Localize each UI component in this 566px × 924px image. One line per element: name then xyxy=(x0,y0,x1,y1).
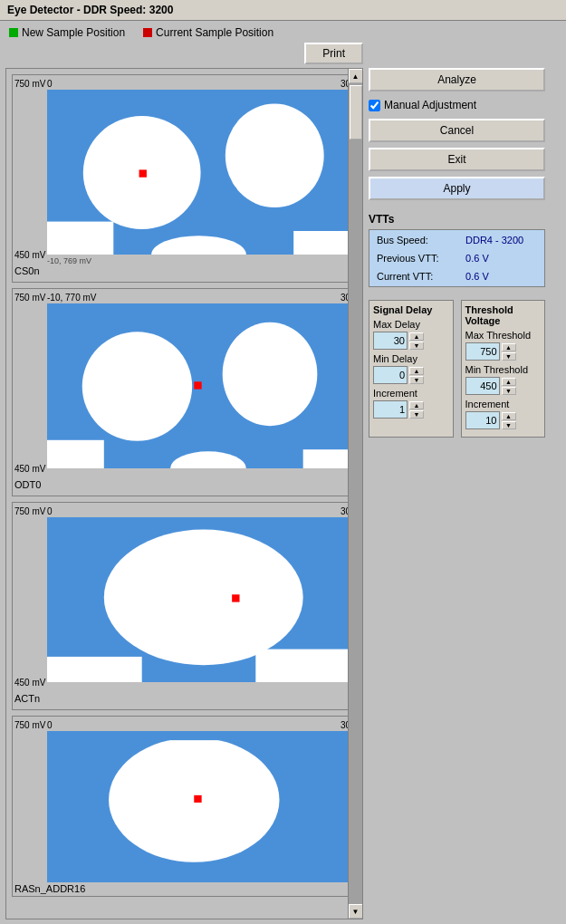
prev-vtt-label: Previous VTT: xyxy=(371,250,458,266)
delay-increment-row: Increment ▲ ▼ xyxy=(373,388,449,419)
left-panel: Print 0 30 750 mV 450 mV xyxy=(5,43,363,919)
svg-rect-2 xyxy=(47,222,113,255)
chart-canvas-actn xyxy=(47,517,350,682)
svg-rect-3 xyxy=(293,231,350,255)
svg-rect-13 xyxy=(47,657,142,682)
scroll-down-button[interactable]: ▼ xyxy=(349,904,363,919)
legend-new-sample: New Sample Position xyxy=(9,26,125,39)
signal-delay-title: Signal Delay xyxy=(373,304,449,315)
window-title: Eye Detector - DDR Speed: 3200 xyxy=(7,4,173,16)
print-button[interactable]: Print xyxy=(304,43,363,64)
axis-bottom-cs0n: -10, 769 mV xyxy=(47,256,350,265)
max-delay-row: Max Delay ▲ ▼ xyxy=(373,319,449,350)
vtt-section: VTTs Bus Speed: DDR4 - 3200 Previous VTT… xyxy=(369,213,545,287)
min-threshold-control: ▲ ▼ xyxy=(465,377,542,395)
max-delay-label: Max Delay xyxy=(373,319,449,330)
vtt-prev-row: Previous VTT: 0.6 V xyxy=(371,250,542,266)
bus-speed-value: DDR4 - 3200 xyxy=(460,232,542,248)
svg-point-9 xyxy=(170,451,246,468)
signal-delay-group: Signal Delay Max Delay ▲ ▼ Min Delay xyxy=(369,300,454,438)
x-start-label-rasn: 0 xyxy=(47,720,53,730)
min-threshold-input[interactable] xyxy=(465,377,500,395)
svg-rect-11 xyxy=(194,381,201,389)
scrollbar[interactable]: ▲ ▼ xyxy=(348,69,362,919)
signal-name-rasn: RASn_ADDR16 xyxy=(14,883,85,894)
legend-new-sample-label: New Sample Position xyxy=(22,26,125,39)
svg-point-4 xyxy=(151,236,246,255)
svg-rect-16 xyxy=(232,594,239,602)
bottom-voltage-cs0n: 450 mV xyxy=(14,250,45,260)
red-dot-icon xyxy=(143,28,152,37)
max-delay-spinners: ▲ ▼ xyxy=(409,332,424,350)
max-threshold-up[interactable]: ▲ xyxy=(502,343,516,351)
threshold-voltage-group: Threshold Voltage Max Threshold ▲ ▼ Min … xyxy=(461,300,546,438)
manual-adjustment-checkbox[interactable] xyxy=(369,100,380,111)
chart-canvas-odt0 xyxy=(47,303,350,468)
curr-vtt-value: 0.6 V xyxy=(460,268,542,284)
bottom-voltage-odt0: 450 mV xyxy=(14,464,45,474)
delay-increment-label: Increment xyxy=(373,388,449,399)
max-delay-down[interactable]: ▼ xyxy=(409,342,424,350)
svg-point-6 xyxy=(82,332,192,441)
chart-panel-cs0n: 0 30 750 mV 450 mV xyxy=(12,74,357,283)
vtt-bus-speed-row: Bus Speed: DDR4 - 3200 xyxy=(371,232,542,248)
delay-increment-input[interactable] xyxy=(373,400,408,419)
threshold-voltage-title: Threshold Voltage xyxy=(465,304,542,326)
max-threshold-row: Max Threshold ▲ ▼ xyxy=(465,330,542,361)
min-delay-up[interactable]: ▲ xyxy=(409,367,424,375)
svg-rect-10 xyxy=(303,449,350,468)
vtt-title: VTTs xyxy=(369,213,545,226)
axis-top-odt0: -10, 770 mV 30 xyxy=(47,293,350,303)
min-delay-label: Min Delay xyxy=(373,353,449,364)
print-row: Print xyxy=(5,43,363,64)
delay-increment-up[interactable]: ▲ xyxy=(409,401,424,409)
top-voltage-rasn: 750 mV xyxy=(14,720,45,730)
min-delay-row: Min Delay ▲ ▼ xyxy=(373,353,449,384)
charts-container[interactable]: 0 30 750 mV 450 mV xyxy=(5,68,363,919)
bottom-voltage-actn: 450 mV xyxy=(14,678,45,688)
svg-rect-19 xyxy=(194,795,201,803)
min-threshold-down[interactable]: ▼ xyxy=(502,387,516,395)
legend-current-sample: Current Sample Position xyxy=(143,26,273,39)
axis-top-cs0n: 0 30 xyxy=(47,79,350,89)
min-threshold-spinners: ▲ ▼ xyxy=(502,378,516,395)
axis-top-rasn: 0 30 xyxy=(47,720,350,730)
delay-increment-down[interactable]: ▼ xyxy=(409,410,424,419)
max-threshold-down[interactable]: ▼ xyxy=(502,352,516,361)
curr-vtt-label: Current VTT: xyxy=(371,268,458,284)
min-delay-spinners: ▲ ▼ xyxy=(409,367,424,384)
min-threshold-up[interactable]: ▲ xyxy=(502,378,516,386)
manual-adjustment-row: Manual Adjustment xyxy=(369,97,545,113)
main-layout: Print 0 30 750 mV 450 mV xyxy=(0,43,566,924)
vtt-table: Bus Speed: DDR4 - 3200 Previous VTT: 0.6… xyxy=(369,229,545,287)
threshold-increment-spinners: ▲ ▼ xyxy=(502,412,516,429)
max-delay-input[interactable] xyxy=(373,332,408,350)
max-threshold-label: Max Threshold xyxy=(465,330,542,341)
threshold-increment-input[interactable] xyxy=(465,411,500,429)
scroll-track[interactable] xyxy=(349,83,362,904)
min-delay-input[interactable] xyxy=(373,366,408,384)
delay-increment-control: ▲ ▼ xyxy=(373,400,449,419)
min-delay-down[interactable]: ▼ xyxy=(409,376,424,384)
max-threshold-control: ▲ ▼ xyxy=(465,342,542,361)
top-voltage-odt0: 750 mV xyxy=(14,293,45,303)
min-threshold-row: Min Threshold ▲ ▼ xyxy=(465,364,542,395)
top-voltage-cs0n: 750 mV xyxy=(14,79,45,89)
scroll-up-button[interactable]: ▲ xyxy=(349,69,363,83)
svg-point-7 xyxy=(223,322,318,426)
scroll-thumb[interactable] xyxy=(350,85,362,140)
signal-name-odt0: ODT0 xyxy=(14,479,41,490)
cancel-button[interactable]: Cancel xyxy=(369,119,545,142)
axis-top-actn: 0 30 xyxy=(47,506,350,516)
apply-button[interactable]: Apply xyxy=(369,177,545,200)
exit-button[interactable]: Exit xyxy=(369,148,545,171)
svg-point-12 xyxy=(104,530,303,666)
signal-name-actn: ACTn xyxy=(14,693,40,704)
threshold-increment-down[interactable]: ▼ xyxy=(502,421,516,429)
vtt-curr-row: Current VTT: 0.6 V xyxy=(371,268,542,284)
threshold-increment-up[interactable]: ▲ xyxy=(502,412,516,420)
max-threshold-input[interactable] xyxy=(465,342,500,361)
svg-rect-5 xyxy=(139,169,147,177)
analyze-button[interactable]: Analyze xyxy=(369,68,545,91)
max-delay-up[interactable]: ▲ xyxy=(409,332,424,341)
